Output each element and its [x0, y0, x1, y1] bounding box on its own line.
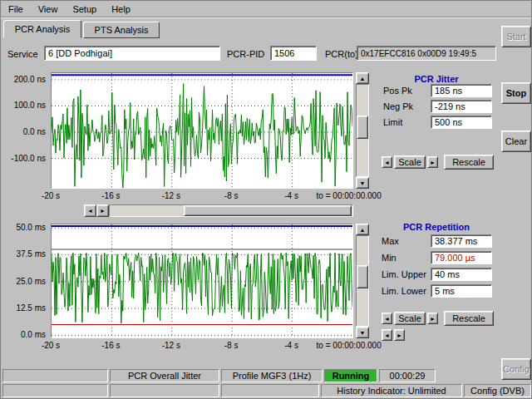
status-cell-empty — [2, 384, 108, 397]
jitter-scroll-down-icon[interactable]: ▼ — [356, 177, 369, 189]
pos-pk-value: 185 ns — [431, 84, 492, 97]
y-axis-tick-label: -100.0 ns — [11, 154, 46, 163]
pcr-pid-label: PCR-PID — [227, 49, 264, 60]
start-button[interactable]: Start — [501, 26, 531, 47]
x-axis-tick-label: -16 s — [101, 341, 120, 350]
y-axis-tick-label: 0.0 ms — [21, 330, 46, 339]
jitter-panel-title: PCR Jitter — [377, 74, 496, 84]
repetition-scroll-down-icon[interactable]: ▼ — [356, 327, 369, 338]
signal-trace-svg — [52, 224, 352, 337]
time-scroll-left-icon[interactable]: ◄ — [84, 204, 96, 217]
status-run-state: Running — [324, 369, 377, 382]
jitter-scale-left-icon[interactable]: ◄ — [382, 156, 392, 168]
status-measurement: PCR Overall Jitter — [110, 369, 219, 382]
menu-file[interactable]: File — [1, 2, 31, 17]
jitter-y-axis: 200.0 ns100.0 ns0.0 ns-100.0 ns — [4, 73, 47, 190]
menu-view[interactable]: View — [31, 2, 66, 17]
status-cell-empty — [110, 384, 219, 397]
pcr-repetition-chart — [51, 224, 353, 338]
status-config-mode: Config (DVB) — [464, 384, 531, 397]
repetition-scale-right-icon[interactable]: ► — [427, 313, 438, 324]
max-label: Max — [382, 236, 399, 247]
x-axis-tick-label: -8 s — [224, 191, 239, 200]
status-profile: Profile MGF3 (1Hz) — [221, 369, 323, 382]
status-elapsed-time: 00:00:29 — [379, 369, 436, 382]
pcr-to-label: PCR(to) — [325, 49, 358, 60]
pcr-pid-field[interactable]: 1506 — [270, 46, 317, 61]
pcr-jitter-chart — [51, 72, 353, 189]
repetition-rescale-button[interactable]: Rescale — [444, 311, 494, 326]
tab-pts-analysis[interactable]: PTS Analysis — [83, 22, 160, 38]
x-axis-tick-label: -8 s — [224, 341, 239, 350]
repetition-vscroll-thumb[interactable] — [357, 265, 368, 288]
y-axis-tick-label: 0.0 ns — [23, 127, 46, 136]
repetition-scroll-up-icon[interactable]: ▲ — [356, 224, 369, 235]
stop-button[interactable]: Stop — [501, 82, 531, 104]
jitter-limit-label: Limit — [383, 117, 402, 128]
signal-trace-svg — [52, 73, 352, 188]
y-axis-tick-label: 50.0 ms — [16, 223, 46, 232]
repetition-x-axis: -20 s-16 s-12 s-8 s-4 sto = 00:00:00.000 — [51, 341, 450, 352]
neg-pk-value: -219 ns — [431, 100, 492, 113]
y-axis-tick-label: 12.5 ms — [16, 303, 46, 313]
x-axis-tick-label: -20 s — [42, 341, 60, 350]
jitter-vscroll-thumb[interactable] — [357, 116, 368, 139]
y-axis-tick-label: 25.0 ms — [16, 277, 46, 286]
status-cell-empty — [2, 369, 108, 382]
jitter-scale-right-icon[interactable]: ► — [427, 156, 438, 168]
jitter-rescale-button[interactable]: Rescale — [444, 155, 494, 170]
x-axis-end-label: to = 00:00:00.000 — [317, 341, 382, 350]
jitter-scale-button[interactable]: Scale — [394, 155, 426, 169]
time-scroll-right-icon[interactable]: ► — [96, 204, 109, 217]
repetition-scale-button[interactable]: Scale — [394, 312, 426, 325]
x-axis-tick-label: -12 s — [162, 341, 180, 350]
repetition-panel-title: PCR Repetition — [377, 222, 496, 232]
menu-help[interactable]: Help — [104, 2, 138, 17]
x-axis-tick-label: -16 s — [101, 191, 120, 200]
pos-pk-label: Pos Pk — [383, 86, 412, 96]
config-button[interactable]: Config — [501, 358, 531, 380]
repetition-pan-right-icon[interactable]: ► — [394, 329, 405, 341]
min-value: 79.000 µs — [431, 251, 492, 264]
service-label: Service — [7, 49, 38, 60]
x-axis-tick-label: -20 s — [42, 191, 60, 200]
menu-separator — [1, 17, 532, 18]
x-axis-tick-label: -4 s — [284, 341, 298, 350]
lim-lower-label: Lim. Lower — [382, 286, 426, 297]
y-axis-tick-label: 100.0 ns — [14, 101, 46, 110]
max-value: 38.377 ms — [431, 234, 492, 248]
x-axis-end-label: to = 00:00:00.000 — [317, 191, 382, 200]
service-field[interactable]: 6 [DD Podhigai] — [44, 46, 220, 61]
status-cell-empty — [221, 384, 319, 397]
repetition-pan-left-icon[interactable]: ◄ — [382, 329, 392, 341]
min-label: Min — [382, 253, 397, 264]
lim-upper-field[interactable]: 40 ms — [431, 268, 492, 281]
neg-pk-label: Neg Pk — [383, 101, 413, 112]
jitter-limit-field[interactable]: 500 ns — [431, 116, 492, 129]
menu-bar: File View Setup Help — [1, 1, 532, 17]
menu-setup[interactable]: Setup — [65, 2, 104, 17]
repetition-y-axis: 50.0 ms37.5 ms25.0 ms12.5 ms0.0 ms — [4, 224, 47, 339]
jitter-scroll-up-icon[interactable]: ▲ — [356, 72, 369, 84]
tab-pcr-analysis[interactable]: PCR Analysis — [3, 20, 81, 38]
x-axis-tick-label: -4 s — [284, 191, 298, 200]
application-window: File View Setup Help PCR Analysis PTS An… — [0, 0, 532, 399]
pcr-to-indicator: 0x17EFCC816 0x00D9 19:49:5 — [357, 46, 496, 61]
lim-upper-label: Lim. Upper — [382, 269, 426, 280]
repetition-scale-left-icon[interactable]: ◄ — [382, 313, 392, 324]
status-history-indicator: History Indicator: Unlimited — [321, 384, 462, 397]
clear-button[interactable]: Clear — [501, 131, 531, 152]
x-axis-tick-label: -12 s — [162, 191, 180, 200]
lim-lower-field[interactable]: 5 ms — [431, 284, 492, 298]
y-axis-tick-label: 37.5 ms — [16, 249, 46, 259]
time-hscroll-thumb[interactable] — [184, 205, 352, 216]
y-axis-tick-label: 200.0 ns — [14, 75, 46, 84]
jitter-x-axis: -20 s-16 s-12 s-8 s-4 sto = 00:00:00.000 — [51, 191, 450, 202]
